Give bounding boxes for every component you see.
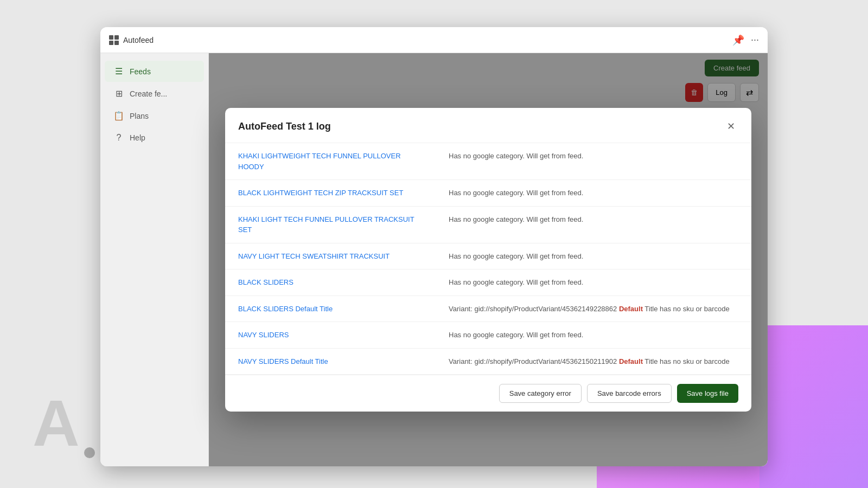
app-icon [109, 35, 119, 45]
save-category-error-button[interactable]: Save category error [499, 384, 582, 403]
log-message: Variant: gid://shopify/ProductVariant/45… [436, 348, 751, 375]
log-product-name[interactable]: NAVY SLIDERS Default Title [225, 348, 436, 375]
title-bar-left: Autofeed [109, 35, 154, 45]
modal-overlay: AutoFeed Test 1 log ✕ KHAKI LIGHTWEIGHT … [209, 53, 768, 466]
sidebar-item-label-help: Help [130, 133, 145, 142]
sidebar-item-help[interactable]: ? Help [105, 127, 204, 148]
create-feed-icon: ⊞ [113, 88, 124, 99]
save-barcode-errors-button[interactable]: Save barcode errors [587, 384, 672, 403]
modal-body: KHAKI LIGHTWEIGHT TECH FUNNEL PULLOVER H… [225, 143, 751, 375]
app-content: ☰ Feeds ⊞ Create fe... 📋 Plans ? Help Cr… [100, 53, 768, 466]
table-row: BLACK SLIDERSHas no google category. Wil… [225, 269, 751, 296]
log-message: Has no google category. Will get from fe… [436, 269, 751, 296]
sidebar: ☰ Feeds ⊞ Create fe... 📋 Plans ? Help [100, 53, 209, 466]
sidebar-item-label-plans: Plans [130, 112, 149, 120]
save-logs-file-button[interactable]: Save logs file [677, 384, 738, 403]
modal-header: AutoFeed Test 1 log ✕ [225, 108, 751, 143]
sidebar-item-label-create: Create fe... [130, 89, 167, 98]
log-message: Has no google category. Will get from fe… [436, 322, 751, 349]
table-row: KHAKI LIGHT TECH FUNNEL PULLOVER TRACKSU… [225, 206, 751, 243]
log-product-name[interactable]: KHAKI LIGHTWEIGHT TECH FUNNEL PULLOVER H… [225, 143, 436, 180]
sidebar-item-label-feeds: Feeds [130, 67, 151, 76]
table-row: KHAKI LIGHTWEIGHT TECH FUNNEL PULLOVER H… [225, 143, 751, 180]
logo-a: A [33, 390, 80, 455]
log-product-name[interactable]: BLACK SLIDERS Default Title [225, 296, 436, 322]
modal: AutoFeed Test 1 log ✕ KHAKI LIGHTWEIGHT … [225, 108, 751, 412]
sidebar-item-feeds[interactable]: ☰ Feeds [105, 61, 204, 82]
more-icon[interactable]: ··· [751, 34, 759, 46]
sidebar-item-create-feed[interactable]: ⊞ Create fe... [105, 83, 204, 104]
main-area: Create feed 🗑 Log ⇄ AutoFeed Test 1 log … [209, 53, 768, 466]
modal-close-button[interactable]: ✕ [723, 119, 738, 134]
table-row: BLACK LIGHTWEIGHT TECH ZIP TRACKSUIT SET… [225, 180, 751, 207]
modal-footer: Save category error Save barcode errors … [225, 375, 751, 412]
log-product-name[interactable]: BLACK SLIDERS [225, 269, 436, 296]
title-bar: Autofeed 📌 ··· [100, 27, 768, 53]
log-product-name[interactable]: KHAKI LIGHT TECH FUNNEL PULLOVER TRACKSU… [225, 206, 436, 243]
log-message: Has no google category. Will get from fe… [436, 206, 751, 243]
title-bar-right: 📌 ··· [732, 34, 759, 46]
help-icon: ? [113, 133, 124, 143]
table-row: NAVY LIGHT TECH SWEATSHIRT TRACKSUITHas … [225, 243, 751, 269]
log-product-name[interactable]: NAVY LIGHT TECH SWEATSHIRT TRACKSUIT [225, 243, 436, 269]
plans-icon: 📋 [113, 111, 124, 121]
feeds-icon: ☰ [113, 66, 124, 76]
log-message: Has no google category. Will get from fe… [436, 243, 751, 269]
log-table: KHAKI LIGHTWEIGHT TECH FUNNEL PULLOVER H… [225, 143, 751, 375]
log-message: Has no google category. Will get from fe… [436, 143, 751, 180]
logo-dot [84, 447, 95, 458]
app-title: Autofeed [123, 36, 154, 44]
table-row: NAVY SLIDERSHas no google category. Will… [225, 322, 751, 349]
sidebar-item-plans[interactable]: 📋 Plans [105, 105, 204, 126]
table-row: BLACK SLIDERS Default TitleVariant: gid:… [225, 296, 751, 322]
app-window: Autofeed 📌 ··· ☰ Feeds ⊞ Create fe... 📋 … [100, 27, 768, 466]
pin-icon: 📌 [732, 34, 744, 46]
modal-title: AutoFeed Test 1 log [238, 121, 331, 132]
log-message: Variant: gid://shopify/ProductVariant/45… [436, 296, 751, 322]
log-product-name[interactable]: NAVY SLIDERS [225, 322, 436, 349]
table-row: NAVY SLIDERS Default TitleVariant: gid:/… [225, 348, 751, 375]
log-product-name[interactable]: BLACK LIGHTWEIGHT TECH ZIP TRACKSUIT SET [225, 180, 436, 207]
log-message: Has no google category. Will get from fe… [436, 180, 751, 207]
